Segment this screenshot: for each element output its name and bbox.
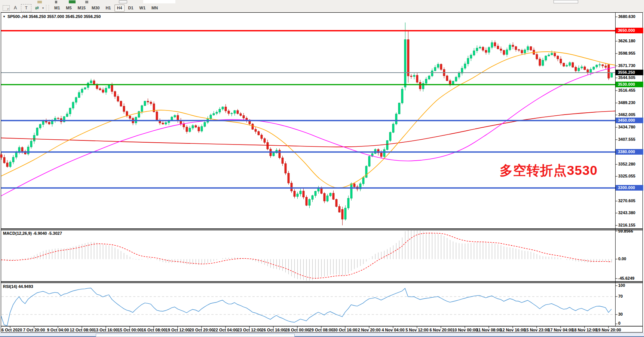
time-axis-label: 23 Oct 12:00	[237, 328, 262, 332]
current-price-badge: 3556.250	[616, 70, 643, 75]
price-axis-label: 3571.730	[618, 63, 635, 68]
price-axis-label: 3352.280	[618, 162, 635, 166]
current-price-line	[1, 72, 615, 73]
price-axis-label: 3270.605	[618, 198, 635, 203]
price-axis-label: 3434.780	[618, 125, 635, 129]
price-axis-label: 3516.455	[618, 88, 635, 92]
mt4-window: F A T ⇄ ▾ M1M5M15M30H1H4D1W1MN ▼SP500-,H…	[0, 0, 644, 337]
price-level-badge: 3380.000	[616, 149, 643, 155]
chart-area[interactable]: ▼SP500-,H4 3546.250 3557.000 3545.250 35…	[0, 0, 644, 337]
time-axis-label: 18 Nov 12:00	[572, 328, 597, 332]
macd-axis-label: 0.00	[618, 256, 626, 261]
macd-axis-label: -45.6249	[618, 276, 634, 280]
horizontal-level-line-3530[interactable]	[1, 84, 615, 85]
price-axis-label: 3626.180	[618, 39, 635, 43]
rsi-axis-label: 100	[618, 283, 625, 288]
time-axis-label: 30 Oct 16:00	[333, 328, 358, 332]
time-axis-label: 26 Oct 16:00	[261, 328, 286, 332]
horizontal-scrollbar[interactable]	[0, 333, 644, 337]
price-axis-label: 3325.055	[618, 174, 635, 178]
rsi-indicator-label: RSI(14) 44.9493	[3, 284, 33, 289]
price-level-badge: 3530.000	[616, 82, 643, 87]
time-axis-label: 16 Oct 08:00	[142, 328, 166, 332]
macd-histogram	[1, 230, 612, 280]
time-axis-label: 29 Oct 08:00	[309, 328, 334, 332]
time-axis-label: 10 Nov 00:00	[452, 328, 477, 332]
price-axis-label: 3216.155	[618, 223, 635, 227]
price-axis-label: 3489.230	[618, 100, 635, 105]
rsi-axis-label: 30	[618, 312, 623, 316]
time-axis-label: 15 Oct 00:00	[118, 328, 142, 332]
time-axis-label: 28 Oct 00:00	[285, 328, 310, 332]
horizontal-level-line-3380[interactable]	[1, 151, 615, 153]
scrollbar-thumb[interactable]	[96, 334, 295, 337]
price-level-badge: 3650.000	[616, 28, 643, 33]
price-axis-label: 3598.955	[618, 51, 635, 55]
price-level-badge: 3450.000	[616, 118, 643, 123]
candlestick-series	[0, 22, 613, 225]
time-axis-label: 2 Nov 20:00	[358, 328, 380, 332]
horizontal-level-line-3650[interactable]	[1, 30, 615, 31]
time-axis-label: 12 Nov 16:00	[500, 328, 525, 332]
rsi-axis-label: 70	[618, 294, 623, 298]
time-axis-label: 6 Oct 2020	[1, 328, 22, 332]
time-axis-label: 15 Nov 23:00	[524, 328, 549, 332]
price-axis-label: 3243.380	[618, 210, 635, 215]
price-axis-label: 3544.505	[618, 75, 635, 80]
time-axis-label: 19 Nov 20:00	[596, 328, 621, 332]
ma-line-red	[1, 111, 615, 147]
axis-tick-marks	[616, 17, 617, 324]
price-axis-label: 3462.005	[618, 112, 635, 117]
chart-annotation-text[interactable]: 多空转折点3530	[500, 162, 598, 179]
time-axis-label: 4 Nov 04:00	[381, 328, 404, 332]
price-axis-label: 3680.630	[618, 14, 635, 19]
rsi-line	[1, 288, 611, 326]
time-axis-label: 20 Oct 20:00	[190, 328, 214, 332]
time-axis-label: 5 Nov 12:00	[405, 328, 428, 332]
time-axis-label: 12 Oct 08:00	[70, 328, 94, 332]
chart-symbol-title: ▼SP500-,H4 3546.250 3557.000 3545.250 35…	[3, 14, 101, 19]
time-axis-label: 22 Oct 04:00	[214, 328, 238, 332]
collapse-marker-icon[interactable]: ▼	[3, 15, 6, 18]
price-level-badge: 3300.000	[616, 185, 643, 191]
time-axis-label: 17 Nov 04:00	[548, 328, 573, 332]
time-axis-label: 9 Oct 04:00	[47, 328, 69, 332]
time-axis-label: 19 Oct 12:00	[166, 328, 190, 332]
macd-axis-label: 59.8566	[618, 229, 633, 233]
time-axis-label: 13 Oct 16:00	[94, 328, 118, 332]
macd-indicator-label: MACD(12,26,9) -6.9040 -5.3027	[3, 231, 62, 236]
time-axis-label: 6 Nov 20:00	[429, 328, 452, 332]
time-axis-label: 7 Oct 20:00	[23, 328, 45, 332]
rsi-axis-label: 0	[618, 321, 620, 325]
horizontal-level-line-3450[interactable]	[1, 120, 615, 121]
price-axis-label: 3407.555	[618, 137, 635, 142]
horizontal-level-line-3300[interactable]	[1, 187, 615, 189]
ohlc-readout: SP500-,H4 3546.250 3557.000 3545.250 355…	[7, 14, 101, 19]
time-axis-label: 11 Nov 08:00	[476, 328, 502, 332]
